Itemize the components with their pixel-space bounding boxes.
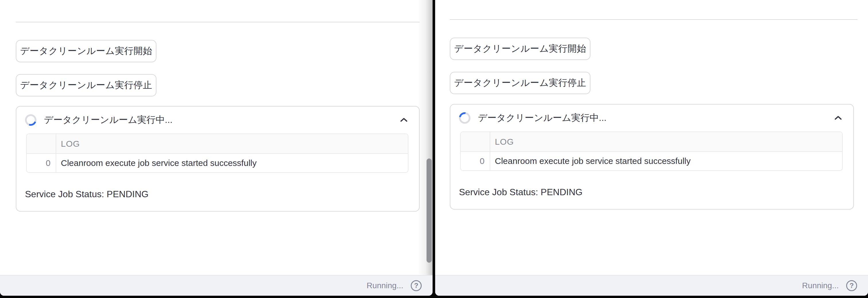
log-cell: Cleanroom execute job service started su… xyxy=(490,156,842,166)
table-row: 0 Cleanroom execute job service started … xyxy=(27,154,408,172)
help-icon[interactable]: ? xyxy=(846,280,857,291)
expander-header[interactable]: データクリーンルーム実行中... xyxy=(459,105,845,131)
app-window-left: データクリーンルーム実行開始 データクリーンルーム実行停止 データクリーンルーム… xyxy=(0,0,433,296)
horizontal-rule xyxy=(450,19,857,20)
start-cleanroom-button[interactable]: データクリーンルーム実行開始 xyxy=(16,40,156,62)
status-bar: Running... ? xyxy=(0,275,433,296)
stop-cleanroom-button[interactable]: データクリーンルーム実行停止 xyxy=(16,74,156,96)
chevron-up-icon[interactable] xyxy=(834,115,842,121)
expander-label: データクリーンルーム実行中... xyxy=(478,112,607,124)
log-table: LOG 0 Cleanroom execute job service star… xyxy=(26,133,408,173)
running-status: Running... xyxy=(367,281,403,290)
row-index: 0 xyxy=(27,154,56,172)
cleanroom-status-expander: データクリーンルーム実行中... LOG 0 Cleanroom execute… xyxy=(16,106,420,212)
table-header-row: LOG xyxy=(27,134,408,154)
expander-header[interactable]: データクリーンルーム実行中... xyxy=(25,107,410,133)
help-icon[interactable]: ? xyxy=(411,280,422,291)
expander-label: データクリーンルーム実行中... xyxy=(44,114,173,126)
index-column-header xyxy=(461,132,490,151)
log-table: LOG 0 Cleanroom execute job service star… xyxy=(460,131,843,171)
spinner-icon xyxy=(23,112,38,127)
vertical-scrollbar-thumb[interactable] xyxy=(427,158,432,263)
chevron-up-icon[interactable] xyxy=(400,117,408,123)
running-status: Running... xyxy=(802,281,839,290)
spinner-icon xyxy=(457,110,473,126)
table-header-row: LOG xyxy=(461,132,842,152)
service-job-status: Service Job Status: PENDING xyxy=(25,189,410,200)
index-column-header xyxy=(27,134,56,153)
log-column-header: LOG xyxy=(56,139,408,149)
log-column-header: LOG xyxy=(490,137,842,147)
row-index: 0 xyxy=(461,152,490,170)
status-bar: Running... ? xyxy=(435,275,868,296)
start-cleanroom-button[interactable]: データクリーンルーム実行開始 xyxy=(450,38,590,60)
stop-cleanroom-button[interactable]: データクリーンルーム実行停止 xyxy=(450,72,590,94)
service-job-status: Service Job Status: PENDING xyxy=(459,187,845,198)
app-window-right: データクリーンルーム実行開始 データクリーンルーム実行停止 データクリーンルーム… xyxy=(435,0,868,296)
log-cell: Cleanroom execute job service started su… xyxy=(56,158,408,168)
cleanroom-status-expander: データクリーンルーム実行中... LOG 0 Cleanroom execute… xyxy=(450,104,854,210)
table-row: 0 Cleanroom execute job service started … xyxy=(461,152,842,170)
horizontal-rule xyxy=(16,22,420,22)
